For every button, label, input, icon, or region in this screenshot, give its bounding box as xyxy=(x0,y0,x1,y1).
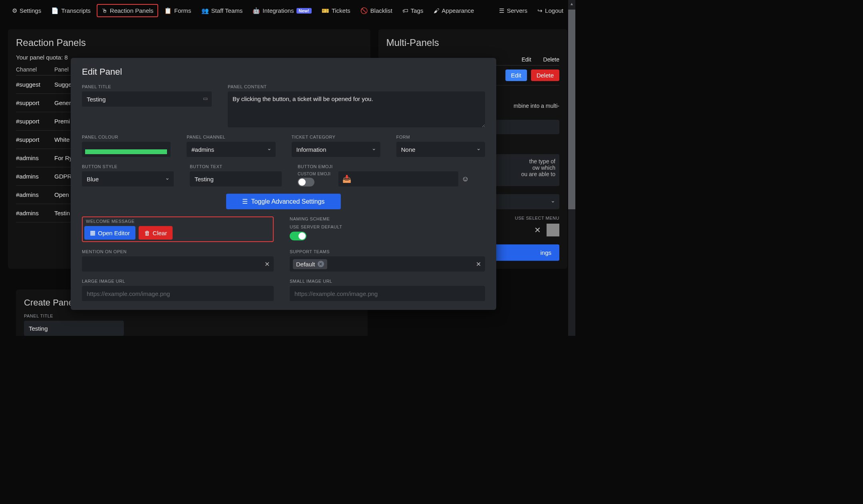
delete-button[interactable]: Delete xyxy=(531,69,559,81)
edit-button[interactable]: Edit xyxy=(505,69,527,81)
ticket-category-label: TICKET CATEGORY xyxy=(292,135,380,139)
trash-icon: 🗑 xyxy=(144,230,150,236)
nav-tickets[interactable]: 🎫Tickets xyxy=(318,4,354,17)
nav-reaction-panels[interactable]: 🖱Reaction Panels xyxy=(97,4,158,17)
panel-colour-input[interactable] xyxy=(82,142,171,157)
edit-panel-modal: Edit Panel PANEL TITLE ▭ PANEL CONTENT B… xyxy=(71,58,496,310)
cell-channel: #admins xyxy=(16,173,48,180)
staff-teams-icon: 👥 xyxy=(201,7,209,14)
select-menu-checkbox[interactable] xyxy=(547,224,559,236)
large-image-input[interactable] xyxy=(82,286,274,301)
clear-icon[interactable]: ✕ xyxy=(476,260,481,268)
create-panel-title-label: PANEL TITLE xyxy=(24,314,360,318)
small-image-input[interactable] xyxy=(290,286,485,301)
panel-channel-label: PANEL CHANNEL xyxy=(187,135,275,139)
col-panel: Panel xyxy=(54,66,69,73)
transcripts-icon: 📄 xyxy=(51,7,59,14)
nav-label: Integrations xyxy=(262,7,294,14)
create-panel-title-input[interactable] xyxy=(24,321,124,336)
nav-tags[interactable]: 🏷Tags xyxy=(398,4,428,17)
appearance-icon: 🖌 xyxy=(433,7,439,14)
nav-label: Reaction Panels xyxy=(110,7,153,14)
nav-transcripts[interactable]: 📄Transcripts xyxy=(47,4,95,17)
panel-colour-label: PANEL COLOUR xyxy=(82,135,171,139)
nav-logout[interactable]: ↪Logout xyxy=(533,5,567,17)
scroll-up-icon[interactable]: ▲ xyxy=(568,0,575,7)
nav-label: Servers xyxy=(507,7,527,14)
modal-title: Edit Panel xyxy=(82,67,485,77)
nav-servers[interactable]: ☰Servers xyxy=(495,5,531,17)
nav-blacklist[interactable]: 🚫Blacklist xyxy=(356,4,396,17)
panel-content-textarea[interactable]: By clicking the button, a ticket will be… xyxy=(228,91,485,127)
cell-channel: #admins xyxy=(16,191,48,198)
naming-scheme-label: NAMING SCHEME xyxy=(290,216,485,221)
cell-channel: #support xyxy=(16,136,48,143)
nav-label: Appearance xyxy=(442,7,474,14)
cell-panel: GDPR xyxy=(54,173,72,180)
forms-icon: 📋 xyxy=(164,7,172,14)
settings-icon: ⚙ xyxy=(12,7,17,14)
mention-on-open-label: MENTION ON OPEN xyxy=(82,249,274,254)
nav-appearance[interactable]: 🖌Appearance xyxy=(430,4,478,17)
nav-label: Forms xyxy=(174,7,191,14)
custom-emoji-toggle[interactable] xyxy=(298,178,314,187)
cell-panel: White xyxy=(54,136,70,143)
form-label: FORM xyxy=(396,135,485,139)
new-badge: New! xyxy=(296,8,312,14)
cell-panel: Gener xyxy=(54,99,71,106)
clear-button[interactable]: 🗑 Clear xyxy=(139,226,173,240)
nav-settings[interactable]: ⚙Settings xyxy=(8,4,45,17)
servers-icon: ☰ xyxy=(499,7,504,14)
large-image-label: LARGE IMAGE URL xyxy=(82,279,274,284)
nav-label: Settings xyxy=(20,7,41,14)
cell-channel: #support xyxy=(16,118,48,125)
editor-icon: ▦ xyxy=(90,229,95,236)
form-select[interactable]: None xyxy=(396,142,485,157)
head-edit: Edit xyxy=(521,56,531,63)
remove-chip-icon[interactable]: ✕ xyxy=(318,261,324,267)
nav-label: Staff Teams xyxy=(211,7,243,14)
open-editor-button[interactable]: ▦ Open Editor xyxy=(84,226,135,240)
nav-label: Tags xyxy=(411,7,424,14)
top-nav: ⚙Settings📄Transcripts🖱Reaction Panels📋Fo… xyxy=(0,0,575,21)
cell-channel: #admins xyxy=(16,210,48,216)
welcome-message-highlight: WELCOME MESSAGE ▦ Open Editor 🗑 Clear xyxy=(82,216,274,242)
head-delete: Delete xyxy=(543,56,559,63)
nav-label: Logout xyxy=(545,7,563,14)
scroll-thumb[interactable] xyxy=(568,10,575,209)
button-style-select[interactable]: Blue xyxy=(82,171,174,187)
nav-integrations[interactable]: 🤖IntegrationsNew! xyxy=(249,4,316,17)
cell-channel: #admins xyxy=(16,155,48,161)
col-channel: Channel xyxy=(16,66,48,73)
support-teams-label: SUPPORT TEAMS xyxy=(290,249,485,254)
use-server-default-toggle[interactable] xyxy=(290,232,306,240)
button-emoji-label: BUTTON EMOJI xyxy=(298,164,485,169)
nav-staff-teams[interactable]: 👥Staff Teams xyxy=(197,4,247,17)
inbox-icon: 📥 xyxy=(342,175,351,183)
button-text-input[interactable] xyxy=(190,171,282,187)
page-scrollbar[interactable]: ▲ xyxy=(568,0,575,336)
cell-panel: For Ry xyxy=(54,155,72,161)
sliders-icon: ☰ xyxy=(242,198,248,205)
tickets-icon: 🎫 xyxy=(322,7,329,14)
toggle-advanced-button[interactable]: ☰ Toggle Advanced Settings xyxy=(226,194,340,209)
nav-forms[interactable]: 📋Forms xyxy=(160,4,195,17)
tags-icon: 🏷 xyxy=(402,7,408,14)
emoji-picker-icon[interactable]: ☺ xyxy=(461,175,469,183)
integrations-icon: 🤖 xyxy=(253,7,260,14)
cell-channel: #suggest xyxy=(16,81,48,88)
use-server-default-label: USE SERVER DEFAULT xyxy=(290,224,485,229)
panel-channel-select[interactable]: #admins xyxy=(187,142,275,157)
clear-icon[interactable]: ✕ xyxy=(264,260,270,268)
panel-title-input[interactable] xyxy=(82,91,212,107)
support-teams-input[interactable]: Default ✕ ✕ xyxy=(290,256,485,272)
ticket-category-select[interactable]: Information xyxy=(292,142,380,157)
cell-panel: Sugge xyxy=(54,81,72,88)
close-icon[interactable]: ✕ xyxy=(534,225,541,235)
emoji-input[interactable]: 📥 xyxy=(338,171,458,187)
logout-icon: ↪ xyxy=(537,7,543,14)
cell-panel: Testin xyxy=(54,210,70,216)
cell-panel: Open xyxy=(54,191,69,198)
mention-on-open-input[interactable]: ✕ xyxy=(82,256,274,272)
nav-label: Blacklist xyxy=(370,7,392,14)
